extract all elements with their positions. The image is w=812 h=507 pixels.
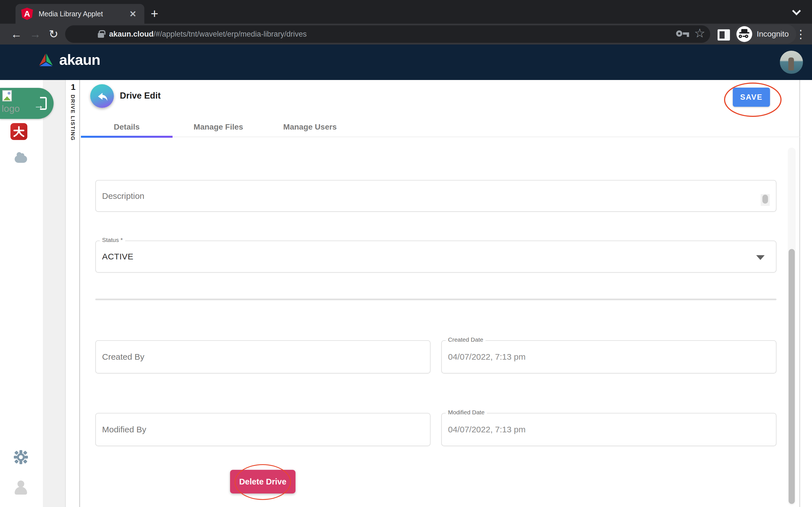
tab-manage-files[interactable]: Manage Files xyxy=(172,117,264,137)
back-circle-button[interactable] xyxy=(90,84,114,108)
page-title: Drive Edit xyxy=(120,91,161,101)
broken-image-icon xyxy=(2,90,12,101)
tab-search-chevron-icon[interactable] xyxy=(794,8,800,14)
listing-count-badge: 1 xyxy=(66,82,80,92)
textarea-scrollbar[interactable] xyxy=(761,194,770,206)
modified-by-placeholder: Modified By xyxy=(102,425,146,434)
url-host: akaun.cloud xyxy=(109,30,154,38)
scrollbar-thumb[interactable] xyxy=(789,249,795,504)
logo-alt-text: logo xyxy=(2,103,20,114)
back-button[interactable]: ← xyxy=(8,24,25,45)
address-bar[interactable]: akaun.cloud/#/applets/tnt/wavelet/erp/me… xyxy=(65,25,710,43)
status-value: ACTIVE xyxy=(102,252,133,262)
app-top-bar: akaun xyxy=(0,45,812,80)
brand-logo[interactable]: akaun xyxy=(37,51,100,68)
modified-date-input[interactable]: Modified Date 04/07/2022, 7:13 pm xyxy=(441,413,776,446)
modified-date-label: Modified Date xyxy=(446,409,487,416)
save-annotation-circle xyxy=(724,82,781,117)
created-date-label: Created Date xyxy=(446,336,486,343)
tab-details[interactable]: Details xyxy=(81,117,172,137)
modified-by-input[interactable]: Modified By xyxy=(95,413,430,446)
created-date-value: 04/07/2022, 7:13 pm xyxy=(448,352,525,362)
brand-name: akaun xyxy=(59,51,100,68)
description-textarea[interactable]: Description xyxy=(95,180,776,212)
new-tab-button[interactable]: + xyxy=(147,6,162,22)
url-text[interactable]: akaun.cloud/#/applets/tnt/wavelet/erp/me… xyxy=(109,30,307,39)
back-arrow-icon xyxy=(96,90,109,103)
created-by-input[interactable]: Created By xyxy=(95,340,430,374)
section-divider xyxy=(95,298,776,300)
cjk-glyph-icon xyxy=(13,125,25,138)
side-panel-icon[interactable] xyxy=(718,29,730,41)
dropdown-arrow-icon[interactable] xyxy=(756,255,765,260)
person-icon[interactable] xyxy=(15,481,27,495)
reload-button[interactable]: ↻ xyxy=(45,24,62,45)
modified-date-value: 04/07/2022, 7:13 pm xyxy=(448,425,525,434)
browser-menu-icon[interactable]: ⋮ xyxy=(795,26,806,42)
tab-title: Media Library Applet xyxy=(39,10,127,18)
akaun-triangle-icon xyxy=(37,51,55,68)
user-avatar[interactable] xyxy=(780,51,803,74)
url-path: /#/applets/tnt/wavelet/erp/media-library… xyxy=(154,30,307,38)
cloud-icon[interactable] xyxy=(15,156,27,163)
tab-manage-users[interactable]: Manage Users xyxy=(264,117,356,137)
created-by-placeholder: Created By xyxy=(102,352,144,362)
forward-button[interactable]: → xyxy=(27,24,44,45)
drive-listing-panel[interactable]: 1 DRIVE LISTING xyxy=(66,80,80,507)
browser-toolbar: ← → ↻ akaun.cloud/#/applets/tnt/wavelet/… xyxy=(0,24,812,45)
created-date-input[interactable]: Created Date 04/07/2022, 7:13 pm xyxy=(441,340,776,374)
browser-tab[interactable]: A Media Library Applet ✕ xyxy=(15,4,144,24)
drawer-strip xyxy=(43,80,66,507)
lock-icon[interactable] xyxy=(98,33,104,38)
tab-bar: Details Manage Files Manage Users xyxy=(81,117,800,137)
password-key-icon[interactable] xyxy=(676,30,689,38)
content-scrollbar[interactable] xyxy=(788,148,796,505)
tab-close-icon[interactable]: ✕ xyxy=(127,8,139,20)
status-select[interactable]: Status * ACTIVE xyxy=(95,240,776,273)
incognito-spy-icon xyxy=(737,26,752,42)
browser-tab-strip: A Media Library Applet ✕ + xyxy=(0,0,812,24)
incognito-label: Incognito xyxy=(757,30,789,39)
main-content: Drive Edit SAVE Details Manage Files Man… xyxy=(81,80,800,507)
description-placeholder: Description xyxy=(102,191,144,201)
enter-app-icon[interactable]: → xyxy=(36,97,47,110)
status-label: Status * xyxy=(100,237,125,243)
listing-panel-title: DRIVE LISTING xyxy=(70,95,76,141)
bookmark-star-icon[interactable]: ☆ xyxy=(694,26,705,40)
angular-favicon-icon: A xyxy=(21,8,33,20)
delete-annotation-circle xyxy=(235,464,291,500)
org-logo-pill[interactable]: logo → xyxy=(0,88,54,119)
red-app-icon[interactable] xyxy=(10,123,28,140)
incognito-badge: Incognito xyxy=(735,24,796,44)
gear-icon[interactable] xyxy=(13,450,29,466)
left-rail xyxy=(0,80,43,507)
